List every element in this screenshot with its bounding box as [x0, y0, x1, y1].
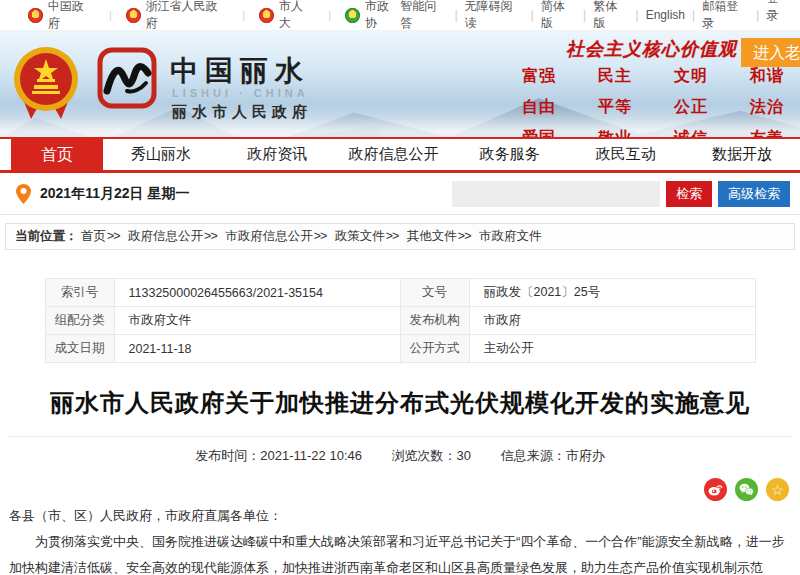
page: 中国政府 | 浙江省人民政府 | 市人大 | 市政协 智能问答| 无障碍阅读| …	[0, 0, 800, 575]
link-peoples-congress[interactable]: 市人大	[259, 0, 314, 32]
advanced-search-button[interactable]: 高级检索	[718, 181, 790, 207]
divider: |	[636, 8, 639, 22]
value-word: 法治	[729, 97, 800, 118]
breadcrumb-item-city-docs[interactable]: 市政府文件	[479, 229, 542, 243]
nav-item-home[interactable]: 首页	[11, 137, 103, 173]
breadcrumb-item-other-docs[interactable]: 其他文件	[407, 229, 457, 243]
breadcrumb-separator: >>	[458, 229, 471, 243]
link-traditional[interactable]: 繁体版	[593, 0, 628, 32]
nav-item-open-data[interactable]: 数据开放	[684, 139, 800, 170]
value-word: 平等	[577, 97, 653, 118]
link-label: 中国政府	[48, 0, 95, 32]
views-count: 30	[457, 448, 471, 463]
site-subtitle: 丽水市人民政府	[172, 103, 312, 122]
meta-label-issuer: 发布机构	[400, 307, 469, 335]
link-label: 浙江省人民政府	[146, 0, 229, 32]
table-row: 组配分类 市政府文件 发布机构 市政府	[45, 307, 755, 335]
nav-item-gov-news[interactable]: 政府资讯	[219, 139, 335, 170]
link-label: 市人大	[279, 0, 314, 32]
link-login[interactable]: 登录	[766, 0, 790, 24]
link-smart-qa[interactable]: 智能问答	[400, 0, 447, 32]
link-accessibility[interactable]: 无障碍阅读	[465, 0, 524, 32]
meta-value-category: 市政府文件	[114, 307, 400, 335]
document-meta-table: 索引号 113325000026455663/2021-35154 文号 丽政发…	[45, 278, 756, 363]
national-emblem-icon	[28, 8, 43, 23]
site-name: 中国丽水	[170, 52, 310, 90]
cppcc-emblem-icon	[345, 8, 360, 23]
site-name-en: LISHUI · CHINA	[172, 87, 309, 99]
breadcrumb-label: 当前位置：	[15, 229, 78, 243]
breadcrumb-separator: >>	[204, 229, 217, 243]
breadcrumb: 当前位置： 首页>> 政府信息公开>> 市政府信息公开>> 政策文件>> 其他文…	[5, 223, 795, 250]
meta-value-docnum: 丽政发〔2021〕25号	[469, 279, 755, 307]
national-emblem-icon	[126, 8, 141, 23]
meta-label-category: 组配分类	[45, 307, 114, 335]
value-word: 富强	[501, 66, 577, 87]
table-row: 索引号 113325000026455663/2021-35154 文号 丽政发…	[45, 279, 755, 307]
core-values-title: 社会主义核心价值观	[566, 37, 746, 61]
article-body: 各县（市、区）人民政府，市政府直属各单位： 为贯彻落实党中央、国务院推进碳达峰碳…	[0, 503, 800, 575]
link-simplified[interactable]: 简体版	[541, 0, 576, 32]
wechat-share-icon[interactable]	[735, 478, 758, 501]
value-word: 诚信	[653, 128, 729, 137]
nav-item-info-disclosure[interactable]: 政府信息公开	[335, 139, 451, 170]
link-english[interactable]: English	[646, 8, 685, 22]
weibo-share-icon[interactable]	[704, 478, 727, 501]
meta-value-index: 113325000026455663/2021-35154	[114, 279, 400, 307]
topbar-tool-links: 智能问答| 无障碍阅读| 简体版| 繁体版| English| 邮箱登录| 登录	[400, 0, 790, 32]
nav-items: 秀山丽水 政府资讯 政府信息公开 政务服务 政民互动 数据开放	[103, 139, 800, 170]
divider: |	[242, 9, 245, 21]
national-emblem-icon	[259, 8, 274, 23]
table-row: 成文日期 2021-11-18 公开方式 主动公开	[45, 335, 755, 363]
share-buttons: ☆	[704, 478, 789, 501]
publish-info: 发布时间：2021-11-22 10:46 浏览次数：30 信息来源：市府办	[0, 447, 800, 465]
value-word: 文明	[653, 66, 729, 87]
source-label: 信息来源：	[501, 448, 566, 463]
page-title: 丽水市人民政府关于加快推进分布式光伏规模化开发的实施意见	[0, 387, 800, 419]
value-word: 自由	[501, 97, 577, 118]
breadcrumb-separator: >>	[314, 229, 327, 243]
current-date: 2021年11月22日 星期一	[40, 185, 189, 203]
meta-value-openness: 主动公开	[469, 335, 755, 363]
breadcrumb-item-disclosure[interactable]: 政府信息公开	[128, 229, 203, 243]
date-search-bar: 2021年11月22日 星期一 检索 高级检索	[0, 173, 800, 215]
meta-value-date: 2021-11-18	[114, 335, 400, 363]
nav-item-gov-services[interactable]: 政务服务	[452, 139, 568, 170]
views-label: 浏览次数：	[392, 448, 457, 463]
link-cppcc[interactable]: 市政协	[345, 0, 400, 32]
nav-item-interaction[interactable]: 政民互动	[568, 139, 684, 170]
meta-label-index: 索引号	[45, 279, 114, 307]
divider: |	[109, 9, 112, 21]
value-word: 和谐	[729, 66, 800, 87]
link-zhejiang-gov[interactable]: 浙江省人民政府	[126, 0, 228, 32]
elder-version-button[interactable]: 进入老年版	[741, 38, 800, 67]
paragraph: 各县（市、区）人民政府，市政府直属各单位：	[9, 503, 791, 529]
breadcrumb-item-policy-docs[interactable]: 政策文件	[335, 229, 385, 243]
divider: |	[328, 9, 331, 21]
national-emblem-icon	[13, 43, 79, 121]
divider: |	[454, 8, 457, 22]
top-utility-bar: 中国政府 | 浙江省人民政府 | 市人大 | 市政协 智能问答| 无障碍阅读| …	[0, 0, 800, 30]
topbar-gov-links: 中国政府 | 浙江省人民政府 | 市人大 | 市政协	[28, 0, 400, 32]
search-button[interactable]: 检索	[666, 181, 712, 207]
value-word: 爱国	[501, 128, 577, 137]
divider: |	[756, 8, 759, 22]
link-mail-login[interactable]: 邮箱登录	[702, 0, 749, 32]
breadcrumb-item-city-disclosure[interactable]: 市政府信息公开	[225, 229, 313, 243]
value-word: 公正	[653, 97, 729, 118]
meta-label-date: 成文日期	[45, 335, 114, 363]
nav-item-xiushan-lishui[interactable]: 秀山丽水	[103, 139, 219, 170]
link-label: 市政协	[365, 0, 400, 32]
search-input[interactable]	[452, 181, 660, 207]
link-china-gov[interactable]: 中国政府	[28, 0, 95, 32]
core-values-grid: 富强 民主 文明 和谐 自由 平等 公正 法治 爱国 敬业 诚信 友善	[501, 66, 800, 137]
publish-time: 2021-11-22 10:46	[260, 448, 362, 463]
breadcrumb-item-home[interactable]: 首页	[81, 229, 106, 243]
divider	[8, 436, 792, 437]
divider: |	[531, 8, 534, 22]
qzone-share-icon[interactable]: ☆	[766, 478, 789, 501]
meta-label-openness: 公开方式	[400, 335, 469, 363]
value-word: 民主	[577, 66, 653, 87]
header-banner: 中国丽水 LISHUI · CHINA 丽水市人民政府 社会主义核心价值观 富强…	[0, 30, 800, 137]
meta-value-issuer: 市政府	[469, 307, 755, 335]
